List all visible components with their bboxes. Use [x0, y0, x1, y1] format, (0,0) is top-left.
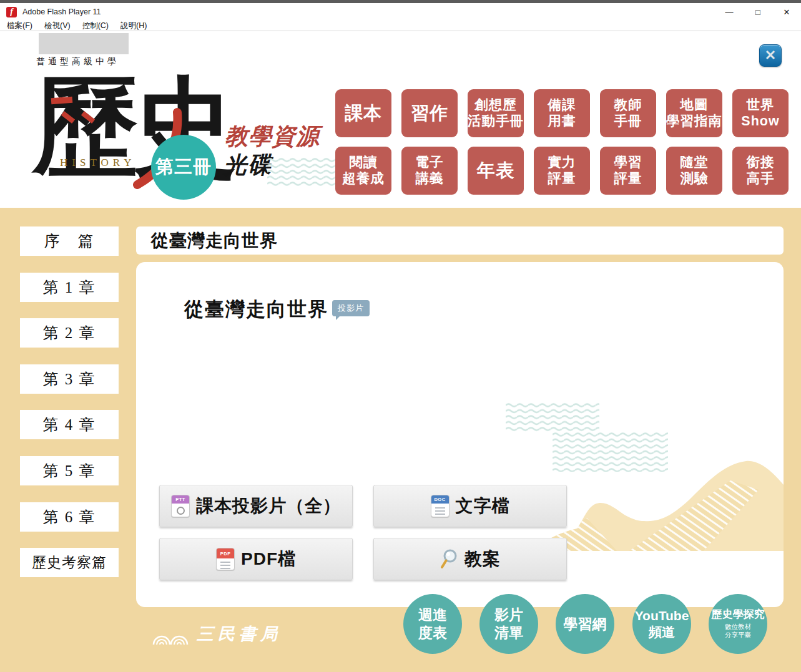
sanmin-arches-icon [152, 624, 190, 645]
sidebar-item-chapter2[interactable]: 第 2 章 [20, 318, 119, 348]
ppt-file-icon: PTT [171, 495, 190, 517]
section-header-title: 從臺灣走向世界 [151, 229, 278, 253]
content-panel: 從臺灣走向世界 投影片 [136, 262, 784, 607]
youtube-channel-circle[interactable]: YouTube 頻道 [632, 594, 691, 654]
menu-help[interactable]: 說明(H) [119, 21, 149, 31]
flash-app-icon: f [6, 7, 17, 17]
resource-button-lesson-prep[interactable]: 備課 用書 [534, 89, 590, 137]
resource-button-quiz[interactable]: 隨堂 測驗 [666, 147, 722, 195]
minimize-button[interactable]: — [715, 3, 744, 21]
sidebar-item-chapter4[interactable]: 第 4 章 [20, 410, 119, 439]
resource-button-world-show[interactable]: 世界 Show [732, 89, 789, 137]
publisher-brand: 三民書局 [152, 623, 282, 645]
flash-player-window: f Adobe Flash Player 11 — □ ✕ 檔案(F) 檢視(V… [0, 0, 801, 672]
text-file-label: 文字檔 [456, 494, 510, 518]
lesson-plan-button[interactable]: 教案 [373, 538, 567, 580]
publisher-logo-placeholder [39, 33, 129, 54]
tagline-resource: 教學資源 [225, 121, 320, 152]
title-bar: f Adobe Flash Player 11 — □ ✕ [0, 3, 801, 21]
sidebar-item-field-study[interactable]: 歷史考察篇 [20, 548, 119, 577]
resource-button-bridge-master[interactable]: 銜接 高手 [732, 147, 789, 195]
resource-button-workbook[interactable]: 習作 [401, 89, 458, 137]
tagline-disc: 光碟 [224, 150, 272, 181]
resource-button-timeline[interactable]: 年表 [468, 147, 524, 195]
menu-file[interactable]: 檔案(F) [5, 21, 34, 31]
sidebar-item-chapter6[interactable]: 第 6 章 [20, 502, 119, 532]
menu-control[interactable]: 控制(C) [81, 21, 111, 31]
sidebar-item-preface[interactable]: 序 篇 [20, 226, 119, 256]
history-inquiry-circle[interactable]: 歷史學探究 數位教材 分享平臺 [709, 594, 767, 654]
menu-bar: 檔案(F) 檢視(V) 控制(C) 說明(H) [0, 21, 801, 31]
sidebar-item-chapter1[interactable]: 第 1 章 [20, 273, 119, 302]
wave-decoration-small [267, 157, 337, 186]
menu-view[interactable]: 檢視(V) [42, 21, 72, 31]
publisher-brand-name: 三民書局 [197, 623, 282, 645]
resource-button-ability-test[interactable]: 實力 評量 [534, 147, 590, 195]
page-title: 從臺灣走向世界 [184, 296, 328, 323]
window-title: Adobe Flash Player 11 [22, 7, 101, 16]
pdf-file-button[interactable]: PDF PDF檔 [159, 538, 353, 580]
volume-badge: 第三冊 [151, 135, 216, 200]
video-list-circle[interactable]: 影片 清單 [479, 594, 538, 654]
learning-web-circle[interactable]: 學習網 [556, 594, 614, 654]
maximize-button[interactable]: □ [744, 3, 772, 21]
slides-badge: 投影片 [332, 300, 370, 316]
resource-button-map-guide[interactable]: 地圖 學習指南 [666, 89, 722, 137]
logo-history-caption: HISTORY [60, 157, 135, 169]
doc-file-icon: DOC [431, 495, 450, 517]
weekly-schedule-circle[interactable]: 週進 度表 [403, 594, 462, 654]
pdf-file-icon: PDF [216, 548, 235, 570]
sidebar-item-chapter5[interactable]: 第 5 章 [20, 456, 119, 485]
close-window-button[interactable]: ✕ [772, 3, 801, 21]
resource-button-textbook[interactable]: 課本 [335, 89, 391, 137]
resource-button-learning-test[interactable]: 學習 評量 [600, 147, 656, 195]
resource-button-activity-manual[interactable]: 創想歷 活動手冊 [468, 89, 524, 137]
school-type-label: 普通型高級中學 [36, 56, 136, 67]
lesson-plan-label: 教案 [464, 547, 501, 571]
slides-all-label: 課本投影片（全） [196, 494, 341, 518]
resource-button-e-lecture[interactable]: 電子 講義 [401, 147, 458, 195]
window-controls: — □ ✕ [715, 3, 801, 21]
text-file-button[interactable]: DOC 文字檔 [373, 485, 567, 527]
slides-all-button[interactable]: PTT 課本投影片（全） [159, 485, 353, 527]
section-header: 從臺灣走向世界 [136, 226, 784, 255]
magnifier-icon [440, 548, 458, 570]
resource-button-teacher-manual[interactable]: 教師 手冊 [600, 89, 656, 137]
resource-button-reading[interactable]: 閱讀 超養成 [335, 147, 391, 195]
wave-decoration-1 [506, 402, 599, 432]
sidebar-item-chapter3[interactable]: 第 3 章 [20, 364, 119, 394]
close-app-button[interactable]: ✕ [759, 44, 782, 67]
pdf-file-label: PDF檔 [241, 547, 296, 571]
